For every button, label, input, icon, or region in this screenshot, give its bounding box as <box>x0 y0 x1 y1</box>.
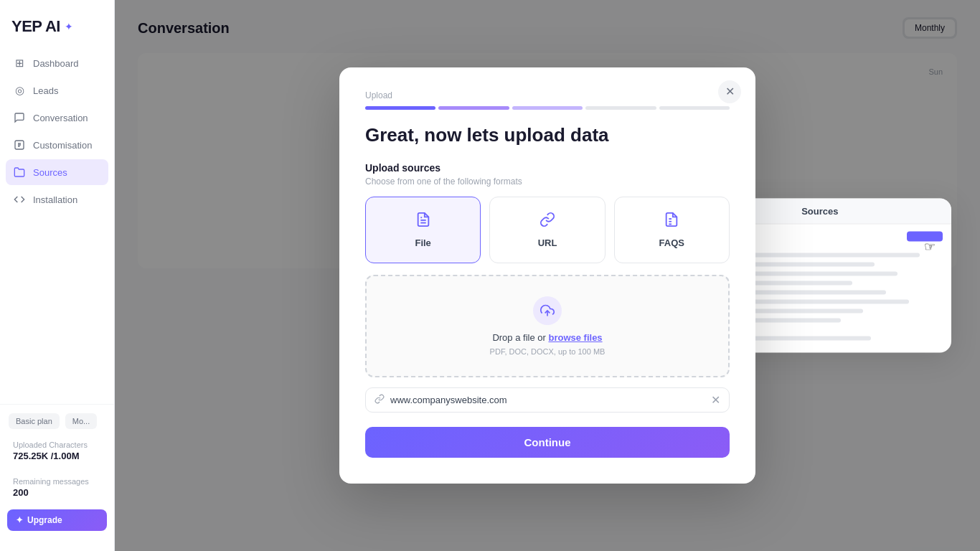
sidebar: YEP AI ✦ ⊞ Dashboard ◎ Leads Conversatio… <box>0 0 115 551</box>
sidebar-bottom: Basic plan Mo... Uploaded Characters 725… <box>0 404 114 540</box>
sources-icon <box>13 166 26 179</box>
source-options: File URL FAQS <box>365 197 730 263</box>
modal-overlay: ✕ Upload Great, now lets upload data Upl… <box>115 0 980 551</box>
sidebar-nav: ⊞ Dashboard ◎ Leads Conversation Customi… <box>0 50 114 404</box>
remaining-label: Remaining messages <box>13 477 101 486</box>
upgrade-star-icon: ✦ <box>16 515 23 525</box>
upload-icon <box>533 296 562 325</box>
progress-seg-2 <box>438 106 509 110</box>
dashboard-icon: ⊞ <box>13 57 26 70</box>
source-card-faqs[interactable]: FAQS <box>614 197 730 263</box>
sidebar-label-dashboard: Dashboard <box>33 58 79 69</box>
customisation-icon <box>13 138 26 151</box>
progress-bar <box>365 106 730 110</box>
progress-seg-5 <box>659 106 730 110</box>
drop-text: Drop a file or browse files <box>492 332 602 343</box>
progress-section: Upload <box>365 90 730 110</box>
leads-icon: ◎ <box>13 84 26 97</box>
sidebar-item-leads[interactable]: ◎ Leads <box>6 77 108 103</box>
upgrade-label: Upgrade <box>27 515 62 525</box>
file-label: File <box>415 237 430 248</box>
close-button[interactable]: ✕ <box>718 80 741 103</box>
modal-title: Great, now lets upload data <box>365 124 730 146</box>
upload-modal: ✕ Upload Great, now lets upload data Upl… <box>339 67 755 484</box>
continue-button[interactable]: Continue <box>365 427 730 458</box>
installation-icon <box>13 193 26 206</box>
sidebar-label-customisation: Customisation <box>33 140 92 151</box>
drop-prefix: Drop a file or <box>492 332 548 343</box>
logo: YEP AI ✦ <box>0 11 114 50</box>
conversation-icon <box>13 111 26 124</box>
more-tab[interactable]: Mo... <box>65 413 97 429</box>
main-content: Conversation Monthly Sun ✕ Upload <box>115 0 980 551</box>
progress-seg-3 <box>512 106 583 110</box>
logo-star: ✦ <box>65 21 73 32</box>
faqs-label: FAQS <box>659 237 684 248</box>
source-card-url[interactable]: URL <box>489 197 605 263</box>
uploaded-value: 725.25K /1.00M <box>13 451 101 461</box>
sidebar-item-customisation[interactable]: Customisation <box>6 132 108 158</box>
progress-seg-1 <box>365 106 435 110</box>
remaining-value: 200 <box>13 487 101 498</box>
drop-area[interactable]: Drop a file or browse files PDF, DOC, DO… <box>365 275 730 377</box>
file-icon <box>415 212 431 232</box>
sidebar-item-sources[interactable]: Sources <box>6 159 108 185</box>
sidebar-item-dashboard[interactable]: ⊞ Dashboard <box>6 50 108 76</box>
sidebar-label-leads: Leads <box>33 85 58 96</box>
url-clear-button[interactable]: ✕ <box>711 395 720 406</box>
basic-plan-tab[interactable]: Basic plan <box>9 413 60 429</box>
progress-label: Upload <box>365 90 730 100</box>
uploaded-label: Uploaded Characters <box>13 441 101 449</box>
url-value: www.companyswebsite.com <box>390 395 705 405</box>
remaining-info: Remaining messages 200 <box>6 473 108 502</box>
app-name: YEP AI <box>11 17 60 36</box>
progress-seg-4 <box>585 106 656 110</box>
preview-cursor-icon: ☞ <box>924 239 936 255</box>
faqs-icon <box>664 212 679 232</box>
plan-info: Uploaded Characters 725.25K /1.00M <box>6 436 108 466</box>
browse-link[interactable]: browse files <box>548 332 602 343</box>
section-sub: Choose from one of the following formats <box>365 176 730 187</box>
url-link-icon <box>374 394 385 406</box>
section-label: Upload sources <box>365 162 730 174</box>
drop-hint: PDF, DOC, DOCX, up to 100 MB <box>490 347 606 356</box>
sidebar-item-conversation[interactable]: Conversation <box>6 105 108 131</box>
sidebar-label-installation: Installation <box>33 194 77 205</box>
sidebar-item-installation[interactable]: Installation <box>6 187 108 212</box>
sidebar-label-conversation: Conversation <box>33 113 88 123</box>
sidebar-label-sources: Sources <box>33 167 67 178</box>
url-icon <box>540 212 555 232</box>
url-label: URL <box>538 237 557 248</box>
upgrade-button[interactable]: ✦ Upgrade <box>7 509 107 531</box>
source-card-file[interactable]: File <box>365 197 481 263</box>
url-input-row: www.companyswebsite.com ✕ <box>365 387 730 413</box>
